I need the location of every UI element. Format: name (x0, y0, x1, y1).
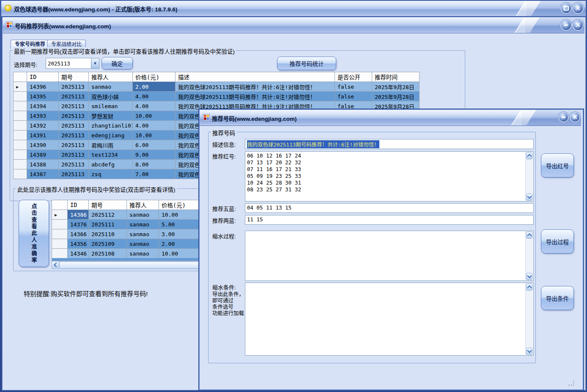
cell-price[interactable]: 4.00 (133, 101, 176, 111)
cell-id[interactable]: 14386 (68, 210, 89, 220)
column-header[interactable] (52, 200, 68, 210)
cell-price[interactable]: 4.00 (133, 92, 176, 101)
cell-time[interactable]: 2025年9月28日 (372, 92, 420, 101)
period-combobox[interactable]: 2025113 ▼ (46, 58, 99, 69)
cell-period[interactable]: 2025113 (59, 111, 89, 121)
cell-period[interactable]: 2025113 (59, 131, 89, 140)
cell-period[interactable]: 2025113 (59, 150, 89, 160)
cell-name[interactable]: edengjiang (89, 131, 133, 140)
five-blue-field[interactable]: 04 05 11 13 15 (245, 203, 534, 213)
cell-price[interactable]: 4.00 (133, 121, 176, 131)
cell-period[interactable]: 2025113 (59, 92, 89, 101)
column-header[interactable]: 价格(元) (159, 200, 201, 210)
cell-price[interactable]: 6.00 (133, 140, 176, 150)
column-header[interactable]: 价格(元) (133, 72, 176, 82)
table-row[interactable]: 143562025109sanmao2.00 (52, 239, 201, 249)
export-process-button[interactable]: 导出过程 (541, 229, 574, 253)
export-condition-button[interactable]: 导出条件 (541, 286, 574, 310)
vertical-scrollbar[interactable] (525, 283, 533, 355)
chevron-down-icon[interactable]: ▼ (91, 58, 99, 68)
hscroll-thumb[interactable] (59, 261, 200, 269)
row-selector[interactable] (52, 229, 68, 239)
history-table-hscrollbar[interactable] (52, 261, 201, 269)
scroll-up-button[interactable] (526, 283, 532, 291)
cell-period[interactable]: 2025113 (59, 82, 89, 92)
scroll-down-button[interactable] (526, 193, 532, 201)
confirm-button[interactable]: 确定 (101, 57, 133, 69)
scroll-left-button[interactable] (52, 261, 59, 268)
cell-id[interactable]: 14389 (27, 150, 59, 160)
cell-name[interactable]: zsq (89, 169, 133, 179)
cell-id[interactable]: 14376 (68, 220, 89, 229)
row-selector[interactable] (14, 101, 27, 111)
cell-name[interactable]: sanmao (89, 82, 133, 92)
cell-desc[interactable]: 我的双色球2025113期号码推荐！共计:6注!对错勿怪！ (176, 82, 335, 92)
cell-price[interactable]: 3.00 (159, 229, 201, 239)
table-row[interactable]: ▶143962025113sanmao2.00我的双色球2025113期号码推荐… (14, 82, 420, 92)
row-selector[interactable] (14, 140, 27, 150)
cell-price[interactable]: 10.00 (159, 249, 201, 259)
column-header[interactable]: ID (27, 72, 59, 82)
two-blue-field[interactable]: 11 15 (245, 215, 534, 225)
vertical-scrollbar[interactable] (525, 152, 533, 201)
row-selector[interactable] (52, 220, 68, 229)
cell-price[interactable]: 10.00 (159, 210, 201, 220)
cell-name[interactable]: 君梅川雨 (89, 140, 133, 150)
column-header[interactable]: 描述 (176, 72, 335, 82)
row-selector[interactable] (52, 239, 68, 249)
cell-name[interactable]: sanmao (127, 210, 159, 220)
cell-id[interactable]: 14396 (27, 82, 59, 92)
cell-time[interactable]: 2025年9月28日 (372, 82, 420, 92)
cell-period[interactable]: 2025113 (59, 169, 89, 179)
column-header[interactable] (14, 72, 27, 82)
cell-id[interactable]: 14391 (27, 131, 59, 140)
cell-period[interactable]: 2025109 (89, 239, 127, 249)
table-row[interactable]: 143952025113双色球小妹4.00我的双色球2025113期号码推荐！共… (14, 92, 420, 101)
cell-id[interactable]: 14393 (27, 111, 59, 121)
row-selector[interactable] (14, 169, 27, 179)
child-close-button[interactable]: × (573, 20, 583, 30)
cell-period[interactable]: 2025110 (89, 229, 127, 239)
cell-name[interactable]: sanmao (127, 249, 159, 259)
cell-price[interactable]: 8.00 (133, 160, 176, 169)
export-red-button[interactable]: 导出红号 (541, 153, 574, 177)
vertical-scrollbar[interactable] (525, 231, 533, 280)
cell-price[interactable]: 7.00 (133, 169, 176, 179)
column-header[interactable]: 期号 (59, 72, 89, 82)
cell-period[interactable]: 2025113 (59, 140, 89, 150)
column-header[interactable]: 推荐人 (127, 200, 159, 210)
cell-price[interactable]: 2.00 (133, 82, 176, 92)
cell-id[interactable]: 14356 (68, 239, 89, 249)
cell-id[interactable]: 14392 (27, 121, 59, 131)
scroll-up-button[interactable] (526, 231, 532, 239)
cell-period[interactable]: 2025111 (89, 220, 127, 229)
resize-grip[interactable] (568, 380, 574, 386)
row-selector-arrow[interactable]: ▶ (52, 210, 68, 220)
row-selector-arrow[interactable]: ▶ (14, 82, 27, 92)
scroll-up-button[interactable] (526, 152, 532, 159)
cell-name[interactable]: sanmao (127, 239, 159, 249)
child-minimize-button[interactable] (561, 20, 571, 30)
description-field[interactable]: 我的双色球2025113期号码推荐！共计:6注!对错勿怪！ (245, 139, 534, 149)
shrink-condition-field[interactable] (245, 283, 534, 356)
row-selector[interactable] (14, 92, 27, 101)
cell-price[interactable]: 9.00 (133, 150, 176, 160)
cell-name[interactable]: zhangtianli01 (89, 121, 133, 131)
cell-name[interactable]: sanmao (127, 220, 159, 229)
table-row[interactable]: 143662025110sanmao3.00 (52, 229, 201, 239)
row-selector[interactable] (14, 111, 27, 121)
table-row[interactable]: 143762025111sanmao5.00 (52, 220, 201, 229)
column-header[interactable]: 推荐时间 (372, 72, 420, 82)
cell-id[interactable]: 14388 (27, 160, 59, 169)
column-header[interactable]: 是否公开 (335, 72, 372, 82)
cell-period[interactable]: 2025108 (89, 249, 127, 259)
table-row[interactable]: ▶143862025112sanmao10.00 (52, 210, 201, 220)
row-selector[interactable] (52, 249, 68, 259)
cell-id[interactable]: 14346 (68, 249, 89, 259)
cell-id[interactable]: 14395 (27, 92, 59, 101)
column-header[interactable]: ID (68, 200, 89, 210)
cell-public[interactable]: false (335, 92, 372, 101)
cell-name[interactable]: smileman (89, 101, 133, 111)
close-button[interactable]: × (573, 3, 583, 13)
cell-id[interactable]: 14394 (27, 101, 59, 111)
